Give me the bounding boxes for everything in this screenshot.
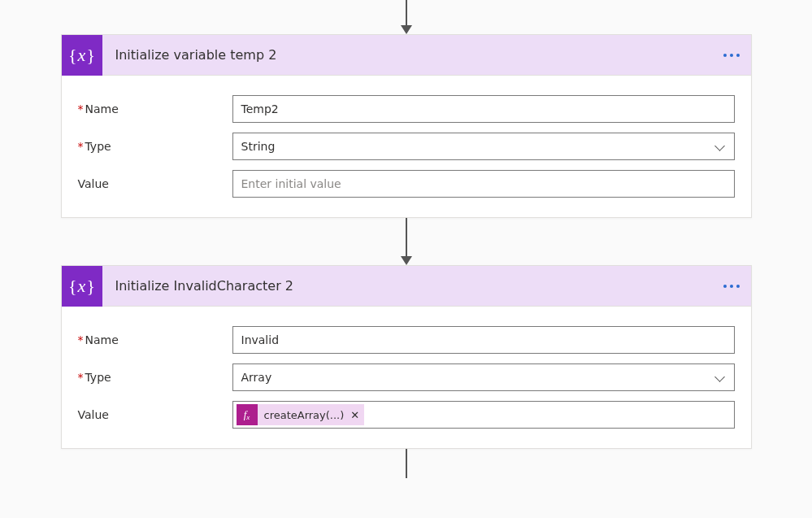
chevron-down-icon — [714, 372, 726, 383]
expression-token[interactable]: fx createArray(...) ✕ — [237, 404, 365, 425]
name-label: *Name — [78, 102, 232, 115]
chevron-down-icon — [714, 141, 726, 152]
type-select-value: String — [241, 140, 276, 153]
card-body: *Name Temp2 *Type String Value Enter ini… — [62, 76, 751, 217]
name-input[interactable]: Invalid — [232, 326, 735, 354]
token-text: createArray(...) — [264, 409, 345, 421]
flow-arrow-middle — [401, 218, 412, 265]
field-row-name: *Name Invalid — [78, 326, 735, 354]
field-row-value: Value Enter initial value — [78, 170, 735, 198]
required-asterisk: * — [78, 140, 84, 153]
arrow-line — [406, 0, 407, 26]
action-card-initialize-invalid[interactable]: x Initialize InvalidCharacter 2 *Name In… — [61, 265, 752, 449]
flow-arrow-bottom — [406, 449, 407, 478]
arrow-down-icon — [401, 25, 412, 34]
action-card-initialize-temp2[interactable]: x Initialize variable temp 2 *Name Temp2… — [61, 34, 752, 218]
value-input[interactable]: fx createArray(...) ✕ — [232, 401, 735, 429]
value-label: Value — [78, 408, 232, 421]
card-body: *Name Invalid *Type Array Value — [62, 307, 751, 448]
arrow-line — [406, 218, 407, 257]
type-select[interactable]: String — [232, 133, 735, 160]
arrow-down-icon — [401, 256, 412, 265]
field-row-type: *Type Array — [78, 363, 735, 391]
type-label: *Type — [78, 371, 232, 384]
flow-canvas: x Initialize variable temp 2 *Name Temp2… — [0, 0, 812, 478]
variable-icon: x — [62, 35, 102, 76]
field-row-value: Value fx createArray(...) ✕ — [78, 401, 735, 429]
name-label: *Name — [78, 333, 232, 346]
variable-icon: x — [62, 266, 102, 307]
type-label: *Type — [78, 140, 232, 153]
fx-icon: fx — [237, 404, 258, 425]
field-row-type: *Type String — [78, 133, 735, 160]
flow-arrow-top — [401, 0, 412, 34]
name-input[interactable]: Temp2 — [232, 95, 735, 123]
value-input[interactable]: Enter initial value — [232, 170, 735, 198]
card-title: Initialize InvalidCharacter 2 — [102, 278, 712, 294]
card-header[interactable]: x Initialize InvalidCharacter 2 — [62, 266, 751, 307]
value-label: Value — [78, 177, 232, 190]
field-row-name: *Name Temp2 — [78, 95, 735, 123]
card-header[interactable]: x Initialize variable temp 2 — [62, 35, 751, 76]
required-asterisk: * — [78, 102, 84, 115]
type-select[interactable]: Array — [232, 363, 735, 391]
card-title: Initialize variable temp 2 — [102, 47, 712, 63]
card-menu-button[interactable] — [712, 285, 751, 288]
required-asterisk: * — [78, 371, 84, 384]
type-select-value: Array — [241, 371, 272, 384]
required-asterisk: * — [78, 333, 84, 346]
card-menu-button[interactable] — [712, 54, 751, 57]
token-remove-icon[interactable]: ✕ — [350, 409, 359, 421]
arrow-line — [406, 449, 407, 478]
